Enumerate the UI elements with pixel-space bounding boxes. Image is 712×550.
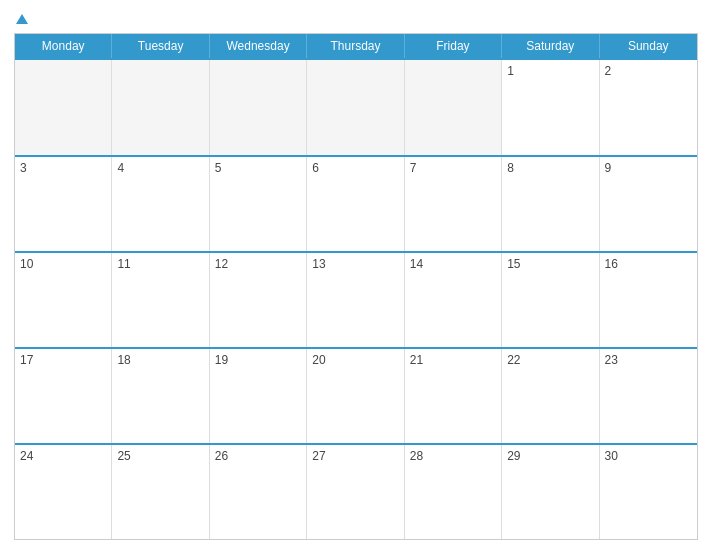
day-number: 27 [312,449,325,463]
day-cell [405,60,502,154]
day-cell: 26 [210,445,307,539]
day-cell: 29 [502,445,599,539]
day-number: 18 [117,353,130,367]
day-header-tuesday: Tuesday [112,34,209,58]
day-cell: 4 [112,157,209,251]
week-row-5: 24252627282930 [15,443,697,539]
day-cell: 11 [112,253,209,347]
day-cell: 12 [210,253,307,347]
day-cell [15,60,112,154]
day-number: 21 [410,353,423,367]
day-cell: 9 [600,157,697,251]
week-row-1: 12 [15,58,697,154]
logo [14,10,28,25]
day-number: 1 [507,64,514,78]
day-number: 22 [507,353,520,367]
day-number: 5 [215,161,222,175]
day-number: 10 [20,257,33,271]
day-cell: 25 [112,445,209,539]
weeks-container: 1234567891011121314151617181920212223242… [15,58,697,539]
day-cell: 5 [210,157,307,251]
day-number: 2 [605,64,612,78]
day-cell: 8 [502,157,599,251]
day-number: 16 [605,257,618,271]
day-number: 28 [410,449,423,463]
day-number: 30 [605,449,618,463]
day-number: 26 [215,449,228,463]
day-number: 9 [605,161,612,175]
day-cell: 1 [502,60,599,154]
day-cell: 28 [405,445,502,539]
day-header-friday: Friday [405,34,502,58]
day-number: 23 [605,353,618,367]
day-number: 14 [410,257,423,271]
day-header-saturday: Saturday [502,34,599,58]
day-cell: 24 [15,445,112,539]
day-cell [210,60,307,154]
day-number: 29 [507,449,520,463]
day-cell: 3 [15,157,112,251]
day-cell: 21 [405,349,502,443]
week-row-2: 3456789 [15,155,697,251]
day-number: 11 [117,257,130,271]
week-row-4: 17181920212223 [15,347,697,443]
day-cell: 6 [307,157,404,251]
day-header-sunday: Sunday [600,34,697,58]
calendar-page: MondayTuesdayWednesdayThursdayFridaySatu… [0,0,712,550]
day-number: 25 [117,449,130,463]
day-cell: 15 [502,253,599,347]
day-cell: 30 [600,445,697,539]
day-cell: 14 [405,253,502,347]
day-cell: 19 [210,349,307,443]
day-number: 12 [215,257,228,271]
day-number: 19 [215,353,228,367]
day-cell: 23 [600,349,697,443]
day-number: 8 [507,161,514,175]
day-number: 20 [312,353,325,367]
day-header-thursday: Thursday [307,34,404,58]
calendar-grid: MondayTuesdayWednesdayThursdayFridaySatu… [14,33,698,540]
day-cell: 2 [600,60,697,154]
day-number: 7 [410,161,417,175]
day-number: 13 [312,257,325,271]
day-number: 6 [312,161,319,175]
day-cell: 18 [112,349,209,443]
day-header-wednesday: Wednesday [210,34,307,58]
day-cell: 17 [15,349,112,443]
week-row-3: 10111213141516 [15,251,697,347]
day-number: 4 [117,161,124,175]
header [14,10,698,25]
day-number: 24 [20,449,33,463]
day-cell: 7 [405,157,502,251]
day-cell [112,60,209,154]
day-cell: 16 [600,253,697,347]
day-header-monday: Monday [15,34,112,58]
logo-text [14,10,28,25]
logo-triangle-icon [16,14,28,24]
day-number: 17 [20,353,33,367]
day-cell: 20 [307,349,404,443]
day-number: 15 [507,257,520,271]
day-headers-row: MondayTuesdayWednesdayThursdayFridaySatu… [15,34,697,58]
day-cell: 27 [307,445,404,539]
day-cell: 10 [15,253,112,347]
day-number: 3 [20,161,27,175]
day-cell: 22 [502,349,599,443]
day-cell: 13 [307,253,404,347]
day-cell [307,60,404,154]
